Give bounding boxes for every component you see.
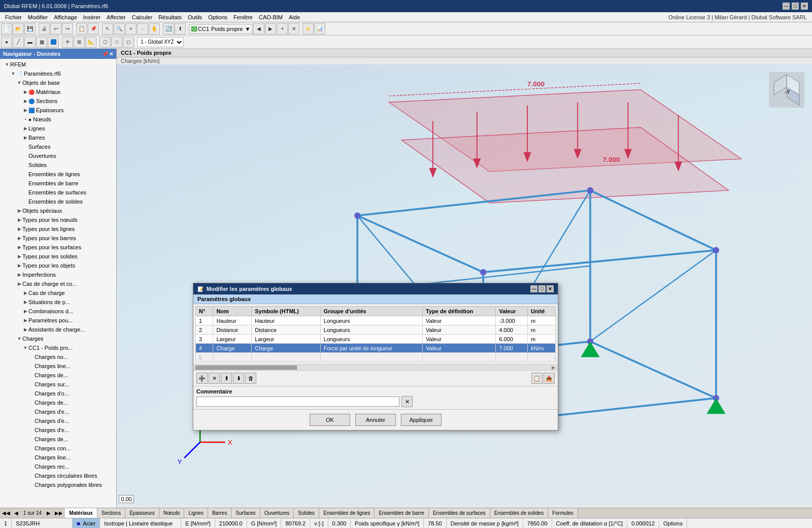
dialog-global-params[interactable]: 📝 Modifier les paramètres globaux — □ ✕ … [193,283,558,431]
tree-ens-surfaces[interactable]: Ensembles de surfaces [0,188,116,197]
cell-valeur[interactable]: 4.000 [496,325,528,335]
tree-situations[interactable]: ▶ Situations de p... [0,298,116,307]
tree-types-solides[interactable]: ▶ Types pour les solides [0,252,116,261]
tab-ens-barre[interactable]: Ensembles de barre [375,508,429,518]
table-row[interactable]: 1 Hauteur Hauteur Longueurs Valeur -3.00… [196,316,556,325]
tree-ens-lignes[interactable]: Ensembles de lignes [0,170,116,179]
pan-btn[interactable]: ✋ [149,23,160,35]
next-cc-btn[interactable]: ▶ [265,23,276,35]
tree-types-noeuds[interactable]: ▶ Types pour les nœuds [0,215,116,224]
expand-cc1[interactable]: ▼ [22,345,28,350]
expand-objets-base[interactable]: ▼ [16,80,22,85]
menu-resultats[interactable]: Résultats [155,12,185,22]
expand-noeuds[interactable]: • [22,117,28,122]
tree-barres[interactable]: ▶ Barres [0,133,116,142]
expand-lignes[interactable]: ▶ [22,126,28,131]
add-row-btn[interactable]: ➕ [196,373,208,384]
cell-type[interactable]: Valeur [423,335,496,344]
tree-sections[interactable]: ▶ 🔵 Sections [0,96,116,106]
delete-row-btn[interactable]: ✕ [209,373,220,384]
expand-types-barres[interactable]: ▶ [16,236,22,241]
expand-barres[interactable]: ▶ [22,135,28,140]
expand-sections[interactable]: ▶ [22,98,28,104]
top-view-btn[interactable]: ⬆ [175,23,186,35]
tree-parametres-pou[interactable]: ▶ Paramètres pou... [0,316,116,325]
tab-formules[interactable]: Formules [548,508,578,518]
zoom-btn[interactable]: 🔍 [114,23,125,35]
snap-btn[interactable]: ✛ [62,37,73,48]
expand-cas-charge-sub[interactable]: ▶ [22,290,28,295]
tab-solides[interactable]: Solides [294,508,319,518]
tab-nav-next[interactable]: ▶ [45,510,53,516]
expand-types-noeuds[interactable]: ▶ [16,217,22,222]
dialog-close-btn[interactable]: ✕ [547,285,554,292]
cube-navigator[interactable]: -Y [766,70,807,110]
redo-btn[interactable]: ↪ [62,23,73,35]
menu-fichier[interactable]: Fichier [2,12,25,22]
menu-outils[interactable]: Outils [185,12,205,22]
viewport-canvas[interactable]: 7.000 7.000 [117,64,812,505]
tab-ens-solides[interactable]: Ensembles de solides [490,508,548,518]
cell-symbole[interactable]: Charge [252,344,321,353]
menu-options[interactable]: Options [205,12,230,22]
tree-cc1[interactable]: ▼ CC1 - Poids pro... [0,343,116,352]
appliquer-button[interactable]: Appliquer [401,414,442,426]
save-btn[interactable]: 💾 [24,23,36,35]
paste-btn[interactable]: 📌 [88,23,99,35]
tree-materiaux[interactable]: ▶ 🔴 Matériaux [0,87,116,96]
tree-types-lignes[interactable]: ▶ Types pour les lignes [0,224,116,234]
cell-nom[interactable]: Charge [213,344,252,353]
tab-epaisseurs[interactable]: Épaisseurs [125,508,159,518]
menu-aide[interactable]: Aide [286,12,303,22]
cell-nom[interactable]: Hauteur [213,316,252,325]
measure-btn[interactable]: 📐 [85,37,96,48]
tree-charges-rec[interactable]: Charges rec... [0,462,116,471]
expand-materiaux[interactable]: ▶ [22,89,28,94]
tab-sections[interactable]: Sections [97,508,125,518]
scroll-arrow-right[interactable]: ▶ [552,365,556,370]
menu-inserer[interactable]: Insérer [80,12,104,22]
tree-charges-do[interactable]: Charges d'o... [0,389,116,398]
tree-cas-charge-sub[interactable]: ▶ Cas de charge [0,288,116,298]
cell-symbole[interactable]: Hauteur [252,316,321,325]
solid-btn[interactable]: 🟦 [48,37,59,48]
view-iso-btn[interactable]: ⬡ [99,37,111,48]
tab-barres[interactable]: Barres [208,508,231,518]
tree-types-objets[interactable]: ▶ Types pour les objets [0,261,116,270]
expand-types-surfaces[interactable]: ▶ [16,245,22,250]
table-scrollbar[interactable]: ▶ [193,364,558,370]
rotate-btn[interactable]: 🔄 [163,23,174,35]
ok-button[interactable]: OK [310,414,350,426]
expand-rfem[interactable]: ▼ [4,62,10,67]
export-table-btn[interactable]: 📤 [544,373,555,384]
tree-charges[interactable]: ▼ Charges [0,334,116,343]
expand-situations[interactable]: ▶ [22,300,28,305]
expand-imperfections[interactable]: ▶ [16,272,22,277]
tree-surfaces[interactable]: Surfaces [0,142,116,151]
expand-types-lignes[interactable]: ▶ [16,226,22,232]
cell-groupe[interactable]: Force par unité de longueur [320,344,422,353]
tree-ens-barre[interactable]: Ensembles de barre [0,179,116,188]
cell-groupe[interactable]: Longueurs [320,335,422,344]
tab-lignes[interactable]: Lignes [184,508,208,518]
expand-assistants[interactable]: ▶ [22,327,28,332]
expand-charges[interactable]: ▼ [16,336,22,341]
tab-nav-first[interactable]: ◀◀ [0,510,12,516]
view-side-btn[interactable]: ◻ [123,37,134,48]
clear-btn[interactable]: 🗑 [245,373,256,384]
comment-clear-btn[interactable]: ✕ [401,396,413,407]
nav-close-icon[interactable]: ✕ [109,51,113,57]
surface-btn[interactable]: ▦ [36,37,47,48]
table-row-empty[interactable]: 5 [196,353,556,362]
tab-ens-lignes[interactable]: Ensembles de lignes [319,508,375,518]
cell-type[interactable]: Valeur [423,325,496,335]
zoom-out-btn[interactable]: - [137,23,148,35]
node-btn[interactable]: ● [1,37,12,48]
table-row[interactable]: 2 Distance Distance Longueurs Valeur 4.0… [196,325,556,335]
print-btn[interactable]: 🖨 [39,23,50,35]
add-cc-btn[interactable]: + [277,23,288,35]
cell-type[interactable]: Valeur [423,316,496,325]
copy-btn[interactable]: 📋 [76,23,87,35]
tree-charges-de5[interactable]: Charges d'e... [0,425,116,435]
cc-dropdown-icon[interactable]: ▼ [245,26,250,32]
